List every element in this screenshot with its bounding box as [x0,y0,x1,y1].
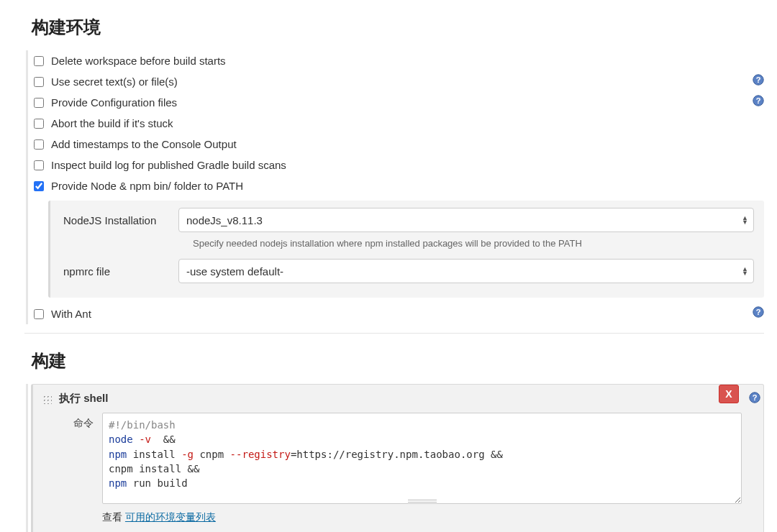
opt-gradle-scans: Inspect build log for published Gradle b… [31,155,764,175]
opt-provide-config: Provide Configuration files ? [31,92,764,113]
help-icon[interactable]: ? [753,306,764,318]
build-step-shell: X ? 执行 shell 命令 #!/bin/bash node -v && n… [31,384,764,532]
select-npmrc-file[interactable]: -use system default- [178,259,754,283]
help-icon[interactable]: ? [753,95,764,106]
opt-abort-stuck: Abort the build if it's stuck [31,113,764,134]
opt-with-ant: With Ant ? [31,303,764,324]
build-steps: X ? 执行 shell 命令 #!/bin/bash node -v && n… [26,384,764,532]
divider [24,333,764,334]
svg-text:?: ? [756,96,761,105]
node-subpanel: NodeJS Installation nodeJs_v8.11.3 ▲▼ Sp… [48,201,764,298]
env-vars-note: 查看 可用的环境变量列表 [102,511,742,524]
checkbox-with-ant[interactable] [34,309,44,319]
label-node-installation: NodeJS Installation [56,214,178,226]
label-command: 命令 [46,413,102,527]
svg-text:?: ? [756,75,761,84]
drag-handle-icon[interactable] [42,394,52,404]
step-body: 命令 #!/bin/bash node -v && npm install -g… [33,413,763,532]
label-timestamps[interactable]: Add timestamps to the Console Output [51,138,237,150]
label-abort-stuck[interactable]: Abort the build if it's stuck [51,117,173,129]
row-npmrc-file: npmrc file -use system default- ▲▼ [56,259,754,283]
label-use-secret[interactable]: Use secret text(s) or file(s) [51,75,178,88]
label-provide-config[interactable]: Provide Configuration files [51,96,177,109]
svg-text:?: ? [756,308,761,316]
desc-node-installation: Specify needed nodejs installation where… [193,238,754,249]
checkbox-gradle-scans[interactable] [34,160,44,170]
opt-timestamps: Add timestamps to the Console Output [31,134,764,155]
textarea-command[interactable]: #!/bin/bash node -v && npm install -g cn… [102,413,742,504]
select-node-installation[interactable]: nodeJs_v8.11.3 [178,208,754,232]
label-with-ant[interactable]: With Ant [51,308,91,320]
step-title: 执行 shell [59,392,108,405]
opt-node-path: Provide Node & npm bin/ folder to PATH [31,175,764,196]
checkbox-node-path[interactable] [34,181,44,191]
checkbox-delete-workspace[interactable] [34,56,44,66]
label-gradle-scans[interactable]: Inspect build log for published Gradle b… [51,159,286,171]
row-node-installation: NodeJS Installation nodeJs_v8.11.3 ▲▼ [56,208,754,232]
checkbox-provide-config[interactable] [34,98,44,108]
opt-use-secret: Use secret text(s) or file(s) ? [31,71,764,92]
svg-text:?: ? [753,393,758,402]
label-npmrc-file: npmrc file [56,265,178,278]
label-node-path[interactable]: Provide Node & npm bin/ folder to PATH [51,180,243,192]
env-options: Delete workspace before build starts Use… [26,50,764,324]
checkbox-timestamps[interactable] [34,139,44,150]
link-env-vars[interactable]: 可用的环境变量列表 [125,511,216,523]
step-header: 执行 shell [33,385,763,413]
close-button[interactable]: X [719,385,739,403]
opt-delete-workspace: Delete workspace before build starts [31,50,764,71]
section-title-env: 构建环境 [32,16,764,39]
help-icon[interactable]: ? [749,392,760,403]
resize-handle[interactable] [408,500,437,503]
help-icon[interactable]: ? [753,74,764,86]
label-delete-workspace[interactable]: Delete workspace before build starts [51,55,226,67]
checkbox-use-secret[interactable] [34,77,44,87]
section-title-build: 构建 [32,349,764,372]
checkbox-abort-stuck[interactable] [34,119,44,129]
